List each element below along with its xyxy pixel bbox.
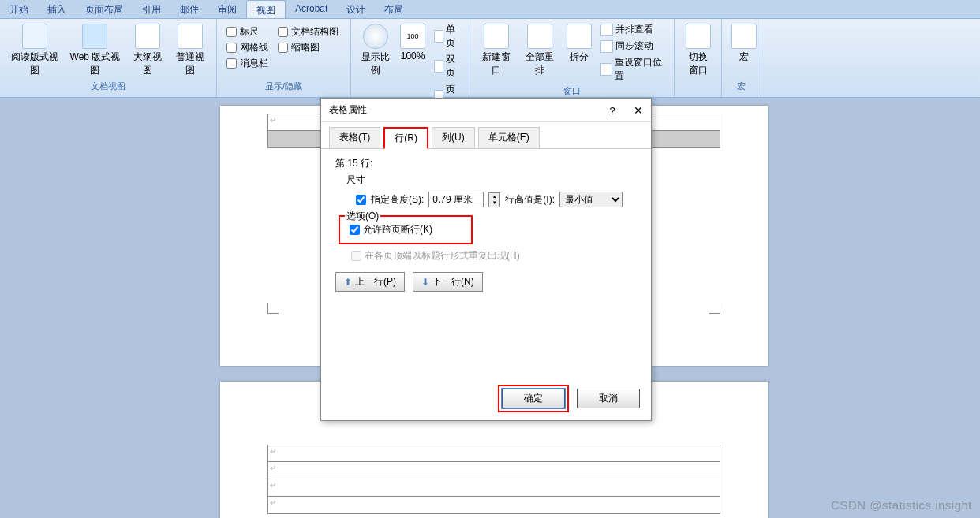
- btn-side-by-side[interactable]: 并排查看: [598, 22, 668, 37]
- check-repeat-header: [351, 251, 361, 261]
- btn-onepage[interactable]: 单页: [432, 22, 462, 50]
- height-type-label: 行高值是(I):: [505, 193, 555, 207]
- allow-break-label: 允许跨页断行(K): [363, 223, 432, 237]
- ribbon: 阅读版式视图 Web 版式视图 大纲视图 普通视图 文档视图 标尺 网格线 消息…: [0, 19, 980, 98]
- check-thumbnails[interactable]: 缩略图: [278, 41, 339, 54]
- dialog-title-text: 表格属性: [329, 103, 367, 117]
- close-icon[interactable]: ✕: [634, 104, 643, 117]
- table-row[interactable]: ↵: [267, 462, 720, 479]
- cancel-button[interactable]: 取消: [577, 389, 640, 408]
- btn-zoom[interactable]: 显示比例: [357, 22, 394, 79]
- btn-switch-window[interactable]: 切换窗口: [681, 22, 715, 79]
- arrow-up-icon: ⬆: [344, 277, 352, 288]
- check-ruler[interactable]: 标尺: [226, 25, 268, 39]
- dialog-help-button[interactable]: ?: [609, 105, 615, 117]
- btn-outline-view[interactable]: 大纲视图: [128, 22, 167, 79]
- table-properties-dialog: 表格属性 ? ✕ 表格(T) 行(R) 列(U) 单元格(E) 第 15 行: …: [320, 98, 652, 421]
- tab-pagelayout[interactable]: 页面布局: [76, 0, 133, 18]
- size-label: 尺寸: [346, 173, 637, 187]
- btn-twopage[interactable]: 双页: [432, 52, 462, 80]
- btn-next-row[interactable]: ⬇下一行(N): [413, 272, 483, 292]
- specify-height-label: 指定高度(S):: [371, 193, 424, 207]
- tab-view[interactable]: 视图: [246, 0, 286, 18]
- tab-design[interactable]: 设计: [337, 0, 375, 18]
- tab-insert[interactable]: 插入: [38, 0, 76, 18]
- btn-reading-view[interactable]: 阅读版式视图: [6, 22, 62, 79]
- btn-macros[interactable]: 宏: [728, 22, 760, 65]
- height-type-select[interactable]: 最小值: [559, 192, 623, 207]
- dlg-tab-cell[interactable]: 单元格(E): [478, 127, 540, 148]
- group-doc-views-label: 文档视图: [6, 79, 210, 94]
- group-macros-label: 宏: [728, 79, 754, 94]
- btn-arrange-all[interactable]: 全部重排: [520, 22, 561, 79]
- repeat-header-label: 在各页顶端以标题行形式重复出现(H): [365, 249, 520, 263]
- tab-layout[interactable]: 布局: [375, 0, 413, 18]
- dlg-tab-row[interactable]: 行(R): [383, 127, 428, 149]
- arrow-down-icon: ⬇: [421, 277, 429, 288]
- btn-prev-row[interactable]: ⬆上一行(P): [335, 272, 405, 292]
- btn-web-view[interactable]: Web 版式视图: [65, 22, 125, 79]
- dlg-tab-column[interactable]: 列(U): [432, 127, 475, 148]
- tab-references[interactable]: 引用: [133, 0, 170, 18]
- dlg-tab-table[interactable]: 表格(T): [329, 127, 380, 148]
- watermark: CSDN @statistics.insight: [831, 498, 972, 512]
- table-row[interactable]: ↵: [267, 497, 720, 514]
- height-spinner[interactable]: ▲▼: [488, 192, 500, 207]
- table-row[interactable]: ↵: [267, 445, 720, 462]
- btn-sync-scroll[interactable]: 同步滚动: [598, 39, 668, 54]
- options-legend: 选项(O): [345, 210, 380, 223]
- check-gridlines[interactable]: 网格线: [226, 41, 268, 54]
- btn-normal-view[interactable]: 普通视图: [170, 22, 210, 79]
- btn-new-window[interactable]: 新建窗口: [476, 22, 517, 79]
- check-allow-break[interactable]: [350, 225, 360, 235]
- btn-split[interactable]: 拆分: [563, 22, 595, 65]
- btn-100pct[interactable]: 100100%: [397, 22, 428, 63]
- check-docmap[interactable]: 文档结构图: [278, 25, 339, 39]
- ribbon-tabs: 开始 插入 页面布局 引用 邮件 审阅 视图 Acrobat 设计 布局: [0, 0, 980, 19]
- ok-button[interactable]: 确定: [502, 389, 565, 408]
- group-showhide-label: 显示/隐藏: [223, 79, 344, 94]
- margin-corner-icon: [709, 303, 720, 314]
- table-row[interactable]: ↵: [267, 479, 720, 497]
- tab-mailings[interactable]: 邮件: [170, 0, 208, 18]
- tab-review[interactable]: 审阅: [208, 0, 246, 18]
- check-messagebar[interactable]: 消息栏: [226, 57, 268, 70]
- height-input[interactable]: [428, 192, 484, 207]
- check-specify-height[interactable]: [356, 195, 366, 205]
- row-number-label: 第 15 行:: [335, 157, 637, 170]
- margin-corner-icon: [267, 303, 279, 314]
- tab-acrobat[interactable]: Acrobat: [286, 0, 337, 18]
- group-window-label: 窗口: [476, 84, 668, 99]
- btn-reset-window[interactable]: 重设窗口位置: [598, 55, 668, 84]
- tab-home[interactable]: 开始: [0, 0, 38, 18]
